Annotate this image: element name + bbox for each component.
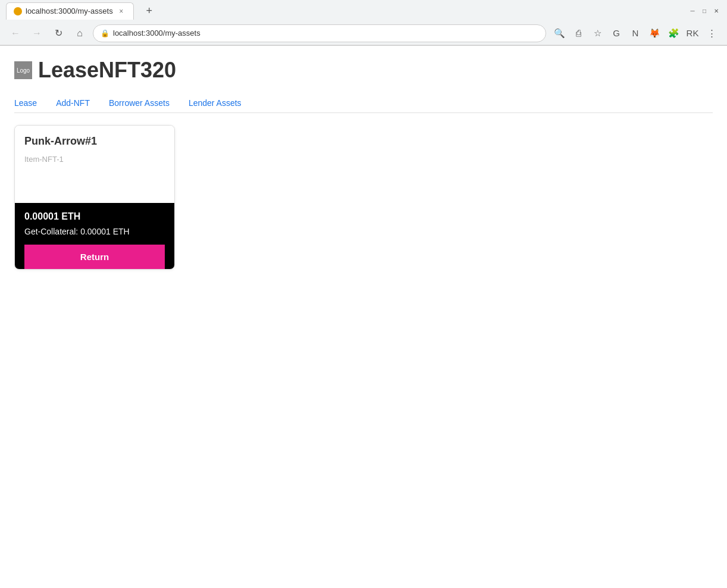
google-ext-icon[interactable]: G [608, 25, 625, 42]
menu-button[interactable]: ⋮ [703, 25, 720, 42]
nft-card: Punk-Arrow#1 Item-NFT-1 0.00001 ETH Get-… [14, 125, 175, 270]
back-button[interactable]: ← [7, 25, 24, 42]
close-window-button[interactable]: ✕ [712, 6, 721, 15]
nft-price: 0.00001 ETH [24, 211, 165, 222]
home-button[interactable]: ⌂ [71, 25, 88, 42]
url-text: localhost:3000/my-assets [113, 29, 200, 37]
nav-lease[interactable]: Lease [14, 93, 46, 112]
tab-close-button[interactable]: × [117, 7, 126, 16]
nav-borrower-assets[interactable]: Borrower Assets [99, 93, 179, 112]
title-bar: localhost:3000/my-assets × + ─ □ ✕ [0, 0, 727, 21]
page-content: Logo LeaseNFT320 Lease Add-NFT Borrower … [0, 46, 727, 568]
tab-title: localhost:3000/my-assets [26, 7, 113, 15]
nft-card-bottom: 0.00001 ETH Get-Collateral: 0.00001 ETH … [15, 203, 174, 269]
fox-ext-icon[interactable]: 🦊 [646, 25, 663, 42]
browser-tab[interactable]: localhost:3000/my-assets × [6, 2, 134, 20]
rk-ext-icon[interactable]: RK [684, 25, 701, 42]
refresh-button[interactable]: ↻ [50, 25, 67, 42]
new-tab-button[interactable]: + [141, 2, 158, 19]
app-nav: Lease Add-NFT Borrower Assets Lender Ass… [14, 87, 713, 113]
app-header: Logo LeaseNFT320 Lease Add-NFT Borrower … [0, 46, 727, 113]
app-title: LeaseNFT320 [38, 58, 176, 83]
lock-icon: 🔒 [101, 29, 109, 37]
app-logo: Logo [14, 61, 32, 79]
zoom-button[interactable]: 🔍 [551, 25, 568, 42]
app-logo-area: Logo LeaseNFT320 [14, 58, 713, 83]
return-button[interactable]: Return [24, 245, 165, 269]
share-button[interactable]: ⎙ [570, 25, 587, 42]
address-bar: ← → ↻ ⌂ 🔒 localhost:3000/my-assets 🔍 ⎙ ☆… [0, 21, 727, 45]
browser-chrome: localhost:3000/my-assets × + ─ □ ✕ ← → ↻… [0, 0, 727, 46]
nft-title: Punk-Arrow#1 [24, 135, 165, 148]
notion-ext-icon[interactable]: N [627, 25, 644, 42]
toolbar-icons: 🔍 ⎙ ☆ G N 🦊 🧩 RK ⋮ [551, 25, 720, 42]
nav-lender-assets[interactable]: Lender Assets [179, 93, 251, 112]
nav-add-nft[interactable]: Add-NFT [46, 93, 99, 112]
url-input[interactable]: 🔒 localhost:3000/my-assets [93, 24, 546, 42]
window-controls: ─ □ ✕ [688, 6, 721, 15]
puzzle-ext-icon[interactable]: 🧩 [665, 25, 682, 42]
nft-card-top: Punk-Arrow#1 Item-NFT-1 [15, 126, 174, 203]
forward-button[interactable]: → [29, 25, 45, 42]
bookmark-button[interactable]: ☆ [589, 25, 606, 42]
nft-subtitle: Item-NFT-1 [24, 155, 165, 164]
maximize-button[interactable]: □ [700, 6, 709, 15]
nft-grid: Punk-Arrow#1 Item-NFT-1 0.00001 ETH Get-… [0, 113, 727, 282]
nft-collateral: Get-Collateral: 0.00001 ETH [24, 227, 165, 236]
tab-favicon [14, 7, 22, 15]
minimize-button[interactable]: ─ [688, 6, 697, 15]
